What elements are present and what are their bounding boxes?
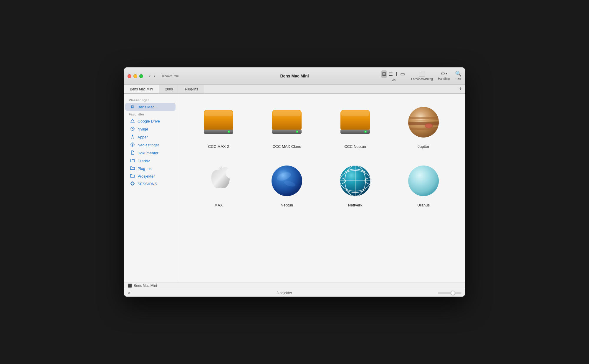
uranus-label: Uranus <box>417 203 430 207</box>
back-button[interactable]: ‹ <box>148 73 152 79</box>
close-button[interactable] <box>128 74 131 78</box>
document-icon <box>130 150 135 155</box>
path-statusbar: ⬛ Bens Mac Mini <box>124 282 465 289</box>
bottom-statusbar: ✕ 8 objekter <box>124 289 465 297</box>
svg-point-9 <box>132 183 133 184</box>
tab-plug-ins[interactable]: Plug-Ins <box>179 85 204 93</box>
grid-item-ccc-max-clone[interactable]: CCC MAX Clone <box>254 100 320 152</box>
ccc-neptun-label: CCC Neptun <box>344 144 366 149</box>
list-view-icon[interactable]: ☰ <box>388 70 394 78</box>
sidebar: Plasseringer 🖥 Bens Mac... Favoritter Go… <box>124 94 177 282</box>
window-title: Bens Mac Mini <box>280 74 309 78</box>
sidebar-item-nedlastinger[interactable]: Nedlastinger <box>125 141 176 149</box>
column-view-icon[interactable]: ⫿ <box>394 70 399 78</box>
apple-logo-icon <box>199 162 238 200</box>
svg-rect-29 <box>408 122 439 125</box>
view-label: Vis <box>391 78 396 82</box>
toolbar: ⊞ ☰ ⫿ ▭ Vis ⬜ Forhåndsvisning ⊙ ▾ Handli… <box>381 70 461 82</box>
sidebar-section-plasseringer: Plasseringer <box>124 97 177 103</box>
grid-item-ccc-neptun[interactable]: CCC Neptun <box>322 100 388 152</box>
content-area: CCC MAX 2 <box>177 94 465 282</box>
search-button[interactable]: 🔍 Søk <box>455 70 461 81</box>
hdd-icon-ccc-neptun <box>336 103 374 141</box>
jupiter-icon <box>404 103 443 141</box>
uranus-icon <box>404 162 443 200</box>
svg-rect-21 <box>341 110 369 116</box>
sidebar-item-filarkiv[interactable]: Filarkiv <box>125 157 176 165</box>
grid-item-neptun[interactable]: Neptun <box>254 158 320 211</box>
slider-thumb[interactable] <box>451 291 455 295</box>
titlebar: ‹ › Tilbake/Fram Bens Mac Mini ⊞ ☰ ⫿ ▭ V… <box>124 67 465 85</box>
grid-item-jupiter[interactable]: Jupiter <box>391 100 456 152</box>
hdd-status-icon: ⬛ <box>128 284 132 288</box>
network-icon <box>336 162 374 200</box>
hdd-icon-ccc-max-2 <box>199 103 238 141</box>
svg-rect-30 <box>408 125 439 127</box>
tab-bens-mac-mini[interactable]: Bens Mac Mini <box>124 85 159 93</box>
nav-buttons: ‹ › <box>148 73 156 79</box>
download-icon <box>130 143 135 148</box>
folder-prosjekter-icon <box>130 174 135 178</box>
grid-item-uranus[interactable]: Uranus <box>391 158 456 211</box>
grid-item-max[interactable]: MAX <box>186 158 251 211</box>
svg-rect-28 <box>408 120 439 121</box>
folder-icon <box>130 158 135 163</box>
item-count: 8 objekter <box>277 291 292 295</box>
grid-view-icon[interactable]: ⊞ <box>381 70 387 78</box>
gear-icon <box>130 181 135 186</box>
action-button[interactable]: ⊙ ▾ Handling <box>438 70 450 80</box>
tabs-bar: Bens Mac Mini 2009 Plug-Ins + <box>124 85 465 94</box>
max-label: MAX <box>214 203 223 207</box>
sidebar-section-favoritter: Favoritter <box>124 111 177 117</box>
svg-rect-31 <box>408 128 439 130</box>
clock-icon <box>130 127 135 132</box>
svg-point-19 <box>297 131 298 132</box>
status-left: ✕ <box>128 291 131 295</box>
finder-window: ‹ › Tilbake/Fram Bens Mac Mini ⊞ ☰ ⫿ ▭ V… <box>124 67 465 297</box>
ccc-max-clone-label: CCC MAX Clone <box>272 144 301 149</box>
gallery-view-icon[interactable]: ▭ <box>399 70 406 78</box>
jupiter-label: Jupiter <box>418 144 429 149</box>
add-tab-button[interactable]: + <box>456 85 465 93</box>
cancel-button[interactable]: ✕ <box>128 291 131 295</box>
status-right <box>438 292 461 294</box>
view-switcher[interactable]: ⊞ ☰ ⫿ ▭ Vis <box>381 70 406 82</box>
grid-item-ccc-max-2[interactable]: CCC MAX 2 <box>186 100 251 152</box>
svg-rect-16 <box>273 110 301 116</box>
preview-button[interactable]: ⬜ Forhåndsvisning <box>411 70 433 81</box>
sidebar-item-dokumenter[interactable]: Dokumenter <box>125 149 176 157</box>
apps-icon <box>130 135 135 140</box>
forward-button[interactable]: › <box>152 73 156 79</box>
status-path: Bens Mac Mini <box>134 284 157 288</box>
hdd-icon-ccc-max-clone <box>268 103 306 141</box>
svg-line-4 <box>132 135 133 138</box>
main-layout: Plasseringer 🖥 Bens Mac... Favoritter Go… <box>124 94 465 282</box>
sidebar-item-bens-mac[interactable]: 🖥 Bens Mac... <box>125 103 176 111</box>
sidebar-item-nylige[interactable]: Nylige <box>125 125 176 133</box>
grid-item-nettverk[interactable]: Nettverk <box>322 158 388 211</box>
minimize-button[interactable] <box>133 74 137 78</box>
computer-icon: 🖥 <box>130 105 135 109</box>
sidebar-item-prosjekter[interactable]: Prosjekter <box>125 172 176 180</box>
icon-grid: CCC MAX 2 <box>186 100 456 211</box>
tab-2009[interactable]: 2009 <box>159 85 179 93</box>
neptun-label: Neptun <box>281 203 293 207</box>
sidebar-item-apper[interactable]: Apper <box>125 133 176 141</box>
neptune-icon <box>268 162 306 200</box>
search-label: Søk <box>456 77 461 81</box>
svg-point-24 <box>365 131 366 132</box>
sidebar-item-google-drive[interactable]: Google Drive <box>125 117 176 125</box>
traffic-lights <box>128 74 143 78</box>
preview-label: Forhåndsvisning <box>411 77 433 81</box>
sidebar-item-plug-ins[interactable]: Plug-Ins <box>125 165 176 172</box>
svg-line-3 <box>133 129 133 129</box>
svg-point-33 <box>426 124 432 128</box>
nav-label: Tilbake/Fram <box>162 75 179 78</box>
svg-rect-27 <box>408 117 439 119</box>
fullscreen-button[interactable] <box>139 74 143 78</box>
action-label: Handling <box>438 77 450 80</box>
google-drive-icon <box>130 119 135 124</box>
zoom-slider[interactable] <box>438 292 461 294</box>
sidebar-item-sessions[interactable]: SESSIONS <box>125 180 176 188</box>
svg-point-14 <box>228 131 229 132</box>
